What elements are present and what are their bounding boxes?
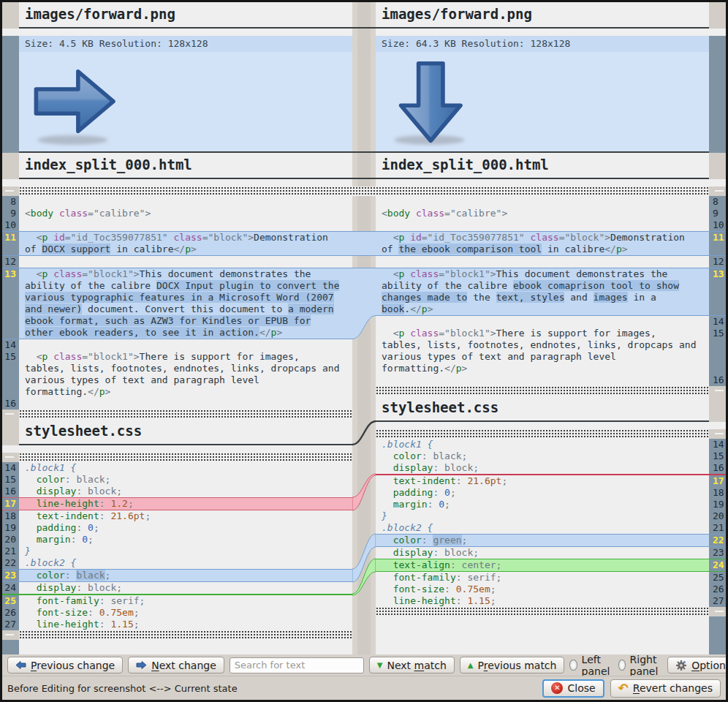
diff-line: 16 <box>2 398 352 410</box>
line-number: 14 <box>4 339 16 350</box>
pane-filler <box>376 616 726 654</box>
diff-line: 17 text-indent: 21.6pt; <box>376 475 726 487</box>
code-line: various types of text and paragraph leve… <box>25 374 352 386</box>
code-seg: p <box>616 244 622 254</box>
code-line: <p id="id_Toc359077851" class="block">De… <box>382 232 709 244</box>
hdr-row: index_split_000.html <box>376 153 726 179</box>
elide-content <box>376 386 709 396</box>
code-seg: : <box>422 450 433 461</box>
code-seg: </ <box>444 363 456 374</box>
code-seg: in calibre <box>542 244 604 254</box>
code-seg <box>25 498 37 509</box>
line-number-gutter <box>2 52 19 153</box>
row-content: <p class="block1">There is support for i… <box>376 328 709 374</box>
revert-arrow-icon: ↶ <box>618 683 629 693</box>
row-content: <p id="id_Toc359077851" class="block">De… <box>19 232 352 255</box>
hdr-row: images/forward.png <box>2 2 352 29</box>
diff-line: 9<body class="calibre"> <box>2 208 352 219</box>
row-content: text-indent: 21.6pt; <box>376 475 709 487</box>
code-seg <box>25 510 37 521</box>
header-connector-curve <box>352 421 376 445</box>
diff-splitter[interactable] <box>352 2 376 654</box>
diff-line: 14 <box>376 316 726 328</box>
line-number-gutter: 12 <box>709 256 726 268</box>
code-seg: 0.75em <box>99 607 134 618</box>
left-diff-pane[interactable]: images/forward.pngSize: 4.5 KB Resolutio… <box>2 2 352 654</box>
line-number-gutter: 22 <box>2 557 19 569</box>
row-content <box>19 256 352 268</box>
code-seg: images <box>594 292 628 303</box>
line-number-gutter: 15 <box>709 328 726 374</box>
code-line <box>382 219 709 231</box>
code-seg <box>25 570 37 581</box>
next-match-button[interactable]: ▼ Next match <box>369 657 455 673</box>
code-seg: other ebook readers, to see it in action… <box>25 327 259 338</box>
row-content: } <box>376 510 709 522</box>
line-number-gutter: 11 <box>709 232 726 255</box>
row-content: padding: 0; <box>376 487 709 499</box>
code-line: ability of the calibre DOCX Input plugin… <box>25 280 352 292</box>
elide-content <box>19 410 352 419</box>
code-seg: ="id_Toc359077851" <box>65 232 168 243</box>
code-seg: .block1 { <box>25 462 76 473</box>
line-number: 14 <box>713 316 724 327</box>
line-number: 17 <box>713 475 724 486</box>
previous-match-button[interactable]: ▲ Previous match <box>460 657 565 673</box>
previous-change-button[interactable]: Previous change <box>7 657 123 673</box>
right-panel-radio-circle[interactable] <box>618 660 625 671</box>
code-seg <box>25 486 37 497</box>
code-seg: : <box>65 570 77 581</box>
line-number-gutter: 25 <box>709 572 726 584</box>
diff-line: 20 margin: 0; <box>2 534 352 546</box>
line-number: 15 <box>4 474 16 485</box>
code-seg: : <box>71 534 83 545</box>
code-seg: < <box>25 268 42 279</box>
code-line: .block1 { <box>382 439 709 450</box>
code-seg: serif <box>467 572 496 583</box>
right-panel-radio[interactable]: Right panel <box>618 654 662 677</box>
diff-line: 16 display: block; <box>2 486 352 497</box>
code-line: .block2 { <box>382 522 709 534</box>
line-number-gutter <box>709 153 726 179</box>
line-number: 12 <box>713 256 724 267</box>
search-input[interactable] <box>230 657 364 673</box>
line-number-gutter <box>709 386 726 396</box>
code-seg <box>168 232 174 243</box>
code-seg: of <box>382 244 398 254</box>
diff-line: 14 <box>2 339 352 351</box>
code-line: <p class="block1">There is support for i… <box>382 328 709 339</box>
left-panel-radio-circle[interactable] <box>569 660 577 671</box>
revert-changes-button[interactable]: ↶ Revert changes <box>610 679 721 698</box>
options-button[interactable]: Options <box>667 657 728 673</box>
elision-dash <box>715 390 724 391</box>
elide-content <box>376 186 709 196</box>
code-seg: : <box>99 619 111 630</box>
code-seg: formatting. <box>382 363 444 374</box>
code-seg: display <box>37 486 77 497</box>
image-row <box>376 52 726 153</box>
line-number-gutter: 14 <box>2 462 19 474</box>
row-content: .block2 { <box>376 522 709 534</box>
next-change-button[interactable]: Next change <box>128 657 224 673</box>
code-seg: </ <box>410 303 422 314</box>
line-number-gutter: 23 <box>709 547 726 559</box>
code-seg: text-indent <box>37 510 99 521</box>
code-seg: </ <box>88 386 99 397</box>
diff-line: 13 <p class="block1">This document demon… <box>2 268 352 339</box>
left-panel-radio[interactable]: Left panel <box>569 654 613 677</box>
diff-line: 22.block2 { <box>2 557 352 569</box>
code-seg <box>382 499 393 510</box>
code-seg: This document demonstrates the <box>140 268 311 279</box>
code-seg: p <box>456 363 462 374</box>
close-button[interactable]: ✕ Close <box>542 679 604 698</box>
code-seg <box>410 208 416 219</box>
row-content: <body class="calibre"> <box>19 208 352 219</box>
code-line: font-family: serif; <box>25 595 352 607</box>
line-number-gutter <box>709 396 726 422</box>
code-line: color: green; <box>382 535 709 546</box>
code-line: other ebook readers, to see it in action… <box>25 327 352 339</box>
code-line <box>25 398 352 410</box>
code-seg: : <box>76 582 88 593</box>
line-number: 9 <box>10 208 16 219</box>
right-diff-pane[interactable]: images/forward.pngSize: 64.3 KB Resoluti… <box>376 2 726 654</box>
